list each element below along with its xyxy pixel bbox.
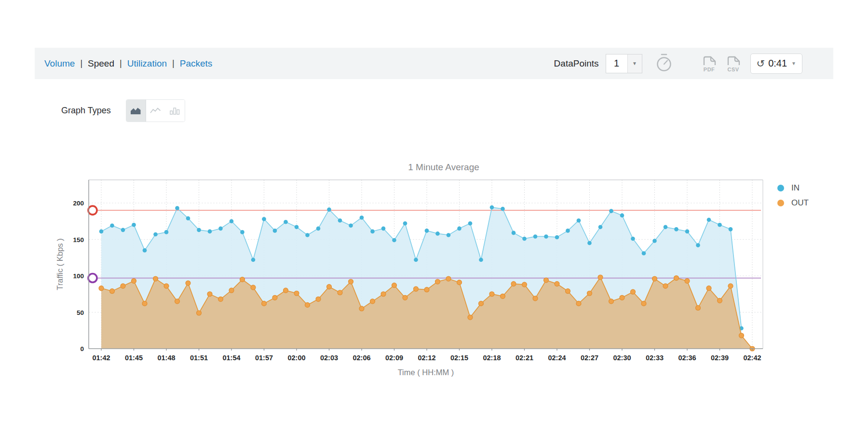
svg-text:02:24: 02:24 [548, 354, 566, 362]
chart-legend: IN OUT [777, 180, 809, 210]
svg-text:01:48: 01:48 [157, 354, 175, 362]
chevron-down-icon: ▼ [627, 54, 642, 73]
svg-text:02:03: 02:03 [320, 354, 338, 362]
pdf-file-icon [701, 54, 718, 66]
toolbar: Volume | Speed | Utilization | Packets D… [35, 48, 833, 79]
svg-text:150: 150 [73, 236, 84, 244]
graph-type-line-button[interactable] [146, 100, 165, 122]
svg-text:100: 100 [73, 272, 84, 280]
datapoints-select[interactable]: 1 ▼ [606, 54, 642, 73]
legend-label-out: OUT [791, 198, 809, 208]
graph-type-button-group [126, 99, 185, 122]
svg-text:02:15: 02:15 [450, 354, 468, 362]
svg-text:02:21: 02:21 [515, 354, 533, 362]
export-csv-button[interactable]: CSV [725, 54, 742, 72]
svg-text:02:09: 02:09 [385, 354, 403, 362]
svg-text:02:42: 02:42 [743, 354, 761, 362]
line-chart-icon [150, 107, 161, 115]
svg-text:02:27: 02:27 [581, 354, 598, 362]
svg-text:02:39: 02:39 [711, 354, 729, 362]
legend-label-in: IN [791, 183, 800, 193]
svg-text:02:33: 02:33 [646, 354, 664, 362]
svg-text:Time ( HH:MM ): Time ( HH:MM ) [398, 368, 454, 377]
chevron-down-icon: ▼ [791, 61, 796, 66]
csv-file-icon [725, 54, 742, 66]
tab-volume[interactable]: Volume [44, 58, 75, 69]
datapoints-label: DataPoints [554, 58, 599, 69]
svg-text:02:18: 02:18 [483, 354, 501, 362]
svg-text:50: 50 [77, 309, 84, 316]
stopwatch-icon[interactable] [655, 53, 673, 75]
refresh-interval-button[interactable]: ↺ 0:41 ▼ [750, 54, 802, 74]
graph-type-area-button[interactable] [126, 100, 146, 122]
svg-text:200: 200 [73, 200, 84, 207]
legend-item-in[interactable]: IN [777, 180, 809, 195]
tab-separator: | [80, 58, 82, 68]
svg-text:02:12: 02:12 [418, 354, 435, 362]
tab-speed[interactable]: Speed [88, 58, 114, 69]
refresh-icon: ↺ [757, 58, 765, 68]
tab-utilization[interactable]: Utilization [127, 58, 167, 69]
pdf-label: PDF [704, 67, 715, 72]
metric-tabs: Volume | Speed | Utilization | Packets [44, 58, 212, 69]
graph-type-bar-button[interactable] [165, 100, 185, 122]
graph-types-row: Graph Types [61, 99, 185, 122]
datapoints-value: 1 [606, 54, 627, 73]
tab-separator: | [120, 58, 122, 68]
svg-text:02:36: 02:36 [678, 354, 696, 362]
tab-separator: | [172, 58, 175, 68]
area-chart-icon [130, 107, 141, 115]
svg-text:01:54: 01:54 [222, 354, 240, 362]
svg-text:0: 0 [80, 345, 84, 353]
svg-text:01:42: 01:42 [92, 354, 110, 362]
legend-item-out[interactable]: OUT [777, 195, 809, 210]
svg-text:Traffic ( Kbps ): Traffic ( Kbps ) [55, 238, 64, 290]
svg-text:02:30: 02:30 [613, 354, 631, 362]
svg-text:01:45: 01:45 [125, 354, 143, 362]
svg-text:02:06: 02:06 [353, 354, 370, 362]
legend-dot-in [777, 185, 784, 191]
csv-label: CSV [727, 67, 739, 72]
svg-text:01:57: 01:57 [255, 354, 273, 362]
traffic-area-chart[interactable]: 05010015020001:4201:4501:4801:5101:5401:… [48, 159, 800, 391]
svg-text:02:00: 02:00 [287, 354, 305, 362]
graph-types-label: Graph Types [61, 106, 111, 116]
tab-packets[interactable]: Packets [180, 58, 213, 69]
bar-chart-icon [169, 107, 180, 115]
svg-text:01:51: 01:51 [190, 354, 208, 362]
export-pdf-button[interactable]: PDF [701, 54, 718, 72]
refresh-countdown: 0:41 [768, 58, 787, 69]
legend-dot-out [777, 200, 784, 206]
